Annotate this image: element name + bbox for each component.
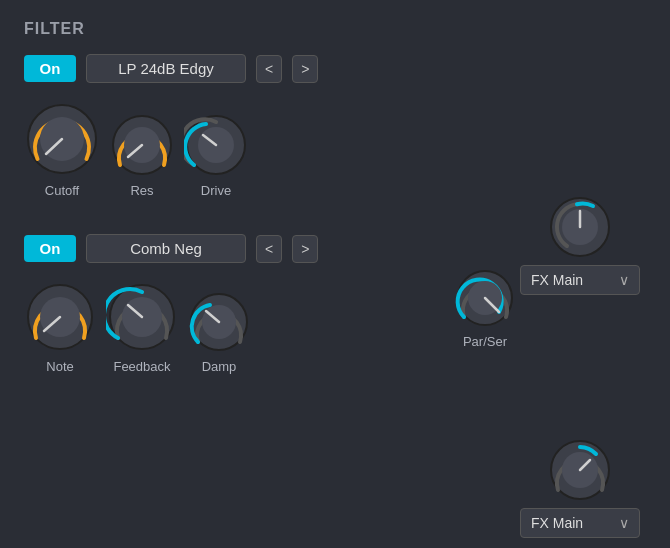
- fx-dropdown-arrow: ∨: [619, 272, 629, 288]
- section-title: FILTER: [24, 20, 646, 38]
- fx-main-bottom-knob[interactable]: [548, 438, 612, 502]
- filter2-on-button[interactable]: On: [24, 235, 76, 262]
- res-knob[interactable]: [110, 113, 174, 177]
- filter2-name: Comb Neg: [86, 234, 246, 263]
- filter-panel: FILTER On LP 24dB Edgy < > Cutoff: [0, 0, 670, 548]
- drive-knob[interactable]: [184, 113, 248, 177]
- fx-main-bottom-dropdown[interactable]: FX Main ∨: [520, 508, 640, 538]
- damp-label: Damp: [202, 359, 237, 374]
- cutoff-knob-container: Cutoff: [24, 101, 100, 198]
- filter1-knobs-row: Cutoff Res Drive: [24, 101, 646, 198]
- fx-main-top-knob[interactable]: [548, 195, 612, 259]
- filter1-nav-left[interactable]: <: [256, 55, 282, 83]
- drive-knob-container: Drive: [184, 113, 248, 198]
- filter1-name: LP 24dB Edgy: [86, 54, 246, 83]
- filter1-row: On LP 24dB Edgy < >: [24, 54, 646, 83]
- par-ser-knob[interactable]: [455, 268, 515, 328]
- note-knob-container: Note: [24, 281, 96, 374]
- res-knob-container: Res: [110, 113, 174, 198]
- cutoff-knob[interactable]: [24, 101, 100, 177]
- feedback-knob-container: Feedback: [106, 281, 178, 374]
- fx-dropdown-bottom-arrow: ∨: [619, 515, 629, 531]
- filter1-on-button[interactable]: On: [24, 55, 76, 82]
- note-knob[interactable]: [24, 281, 96, 353]
- fx-main-top-dropdown[interactable]: FX Main ∨: [520, 265, 640, 295]
- filter2-nav-right[interactable]: >: [292, 235, 318, 263]
- drive-label: Drive: [201, 183, 231, 198]
- note-label: Note: [46, 359, 73, 374]
- res-label: Res: [130, 183, 153, 198]
- filter2-nav-left[interactable]: <: [256, 235, 282, 263]
- par-ser-label: Par/Ser: [463, 334, 507, 349]
- damp-knob-container: Damp: [188, 291, 250, 374]
- cutoff-label: Cutoff: [45, 183, 79, 198]
- filter1-nav-right[interactable]: >: [292, 55, 318, 83]
- feedback-knob[interactable]: [106, 281, 178, 353]
- damp-knob[interactable]: [188, 291, 250, 353]
- feedback-label: Feedback: [113, 359, 170, 374]
